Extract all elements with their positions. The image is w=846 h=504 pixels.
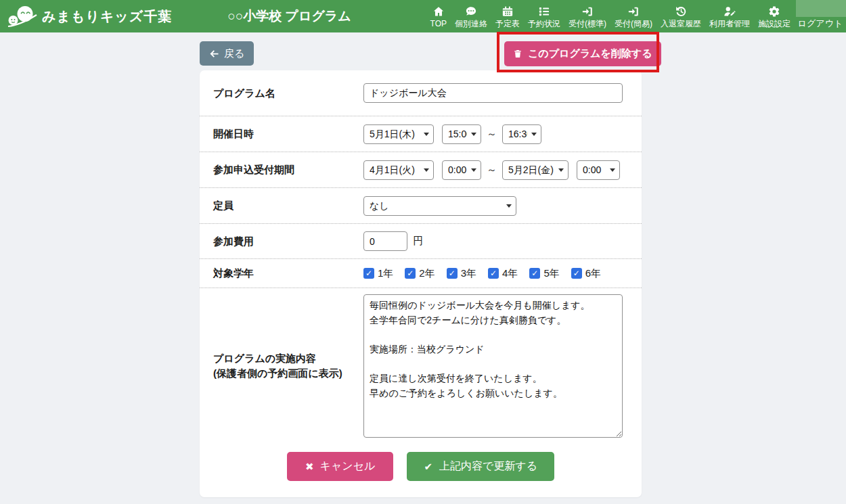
nav-item-uketsuke-kani[interactable]: 受付(簡易) bbox=[610, 0, 656, 32]
update-button[interactable]: ✔ 上記内容で更新する bbox=[407, 452, 554, 481]
form-row-fee: 参加費用 円 bbox=[200, 224, 642, 259]
description-textarea[interactable]: 毎回恒例のドッジボール大会を今月も開催します。 全学年合同で2チームに分けた真剣… bbox=[363, 294, 623, 438]
logout-highlight-rect bbox=[796, 0, 846, 17]
check-icon: ✔ bbox=[424, 461, 432, 472]
fee-label: 参加費用 bbox=[213, 234, 363, 249]
nav-item-shisetsu-settei[interactable]: 施設設定 bbox=[754, 0, 795, 32]
checkbox-checked-icon bbox=[529, 268, 540, 279]
snail-mascot-icon bbox=[7, 5, 38, 28]
grade-checkbox-6[interactable]: 6年 bbox=[571, 267, 601, 280]
capacity-label: 定員 bbox=[213, 198, 363, 213]
grades-label: 対象学年 bbox=[213, 266, 363, 281]
nav-item-yoyaku-joukyou[interactable]: 予約状況 bbox=[524, 0, 564, 32]
program-name-input[interactable] bbox=[363, 83, 623, 103]
registration-period-label: 参加申込受付期間 bbox=[213, 162, 363, 177]
checkbox-checked-icon bbox=[447, 268, 458, 279]
cancel-button[interactable]: ✖ キャンセル bbox=[287, 452, 393, 481]
grade-checkbox-4[interactable]: 4年 bbox=[488, 267, 518, 280]
main-nav: TOP 個別連絡 予定表 予約状況 受付(標準) bbox=[426, 0, 846, 32]
sign-in-icon bbox=[627, 5, 640, 18]
list-icon bbox=[538, 5, 550, 18]
period-start-date-select[interactable]: 4月1日(火) bbox=[363, 160, 434, 180]
form-row-capacity: 定員 なし bbox=[200, 188, 642, 224]
tilde-separator: ～ bbox=[487, 164, 497, 177]
period-end-date-select[interactable]: 5月2日(金) bbox=[502, 160, 569, 180]
program-name-label: プログラム名 bbox=[213, 86, 363, 101]
program-edit-form: プログラム名 開催日時 5月1日(木) 15:00 ～ 16:30 参加申込受付… bbox=[200, 70, 642, 497]
nav-item-yoteihyou[interactable]: 予定表 bbox=[491, 0, 524, 32]
x-icon: ✖ bbox=[305, 461, 314, 472]
nav-item-top[interactable]: TOP bbox=[426, 0, 451, 32]
nav-item-nyuutaishitsu-rireki[interactable]: 入退室履歴 bbox=[656, 0, 705, 32]
user-edit-icon bbox=[723, 5, 736, 18]
grade-checkbox-5[interactable]: 5年 bbox=[529, 267, 559, 280]
form-row-registration-period: 参加申込受付期間 4月1日(火) 0:00 ～ 5月2日(金) 0:00 bbox=[200, 152, 642, 188]
logo-text: みまもりキッズ千葉 bbox=[42, 7, 172, 26]
grade-checkbox-1[interactable]: 1年 bbox=[363, 267, 393, 280]
sign-in-icon bbox=[581, 5, 594, 18]
fee-input[interactable] bbox=[363, 231, 407, 251]
home-icon bbox=[432, 5, 445, 18]
event-date-select[interactable]: 5月1日(木) bbox=[363, 124, 434, 144]
nav-item-uketsuke-hyoujun[interactable]: 受付(標準) bbox=[564, 0, 610, 32]
trash-icon bbox=[513, 49, 522, 59]
page-title: ○○小学校 プログラム bbox=[227, 7, 351, 25]
event-start-time-select[interactable]: 15:00 bbox=[442, 124, 481, 144]
calendar-icon bbox=[502, 5, 514, 18]
event-datetime-label: 開催日時 bbox=[213, 127, 363, 141]
app-logo[interactable]: みまもりキッズ千葉 bbox=[7, 5, 172, 28]
form-row-event-datetime: 開催日時 5月1日(木) 15:00 ～ 16:30 bbox=[200, 116, 642, 152]
grade-checkbox-2[interactable]: 2年 bbox=[405, 267, 435, 280]
checkbox-checked-icon bbox=[488, 268, 499, 279]
period-end-time-select[interactable]: 0:00 bbox=[577, 160, 620, 180]
fee-unit-label: 円 bbox=[413, 235, 423, 248]
grade-checkbox-3[interactable]: 3年 bbox=[447, 267, 476, 280]
form-row-grades: 対象学年 1年 2年 3年 4年 5年 bbox=[200, 259, 642, 288]
comment-icon bbox=[465, 5, 477, 18]
nav-item-kobetsu-renraku[interactable]: 個別連絡 bbox=[451, 0, 491, 32]
delete-program-button[interactable]: このプログラムを削除する bbox=[504, 41, 661, 66]
period-start-time-select[interactable]: 0:00 bbox=[442, 160, 481, 180]
back-button[interactable]: 戻る bbox=[200, 41, 254, 66]
gear-icon bbox=[768, 5, 780, 18]
checkbox-checked-icon bbox=[405, 268, 416, 279]
checkbox-checked-icon bbox=[571, 268, 582, 279]
form-row-description: プログラムの実施内容 (保護者側の予約画面に表示) 毎回恒例のドッジボール大会を… bbox=[200, 288, 642, 444]
history-icon bbox=[675, 5, 687, 18]
nav-item-riyousha-kanri[interactable]: 利用者管理 bbox=[705, 0, 754, 32]
description-label: プログラムの実施内容 (保護者側の予約画面に表示) bbox=[213, 351, 363, 381]
form-row-program-name: プログラム名 bbox=[200, 70, 642, 116]
form-actions: ✖ キャンセル ✔ 上記内容で更新する bbox=[200, 444, 642, 496]
app-header: みまもりキッズ千葉 ○○小学校 プログラム TOP 個別連絡 予定表 予約状況 bbox=[0, 0, 846, 32]
event-end-time-select[interactable]: 16:30 bbox=[502, 124, 541, 144]
checkbox-checked-icon bbox=[363, 268, 374, 279]
nav-item-logout[interactable]: ログアウト bbox=[795, 0, 846, 32]
tilde-separator: ～ bbox=[487, 128, 497, 141]
capacity-select[interactable]: なし bbox=[363, 196, 516, 216]
arrow-left-icon bbox=[209, 49, 219, 59]
